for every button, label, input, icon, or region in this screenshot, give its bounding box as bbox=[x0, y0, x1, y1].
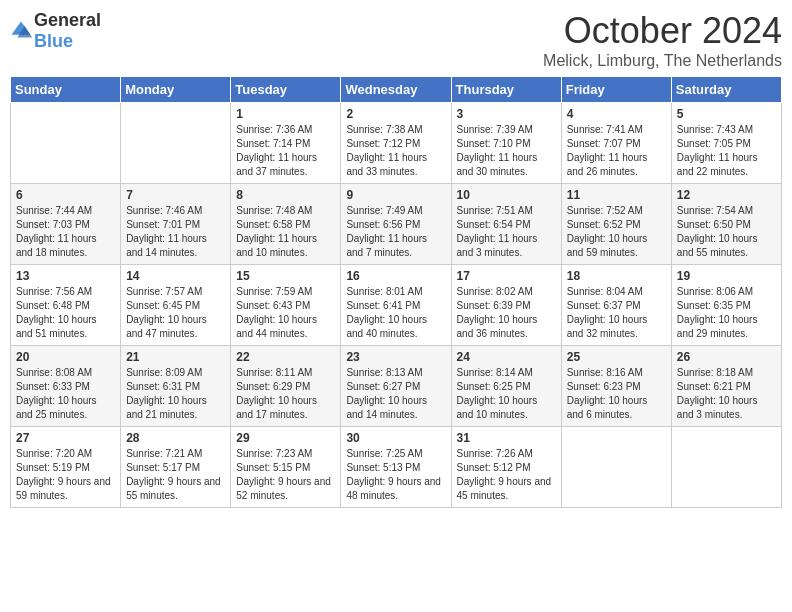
calendar-cell: 19Sunrise: 8:06 AMSunset: 6:35 PMDayligh… bbox=[671, 265, 781, 346]
calendar-cell bbox=[671, 427, 781, 508]
day-number: 12 bbox=[677, 188, 776, 202]
day-number: 4 bbox=[567, 107, 666, 121]
day-info: Sunrise: 7:43 AMSunset: 7:05 PMDaylight:… bbox=[677, 124, 758, 177]
day-number: 11 bbox=[567, 188, 666, 202]
calendar-cell: 7Sunrise: 7:46 AMSunset: 7:01 PMDaylight… bbox=[121, 184, 231, 265]
day-info: Sunrise: 7:52 AMSunset: 6:52 PMDaylight:… bbox=[567, 205, 648, 258]
day-info: Sunrise: 8:16 AMSunset: 6:23 PMDaylight:… bbox=[567, 367, 648, 420]
day-info: Sunrise: 7:48 AMSunset: 6:58 PMDaylight:… bbox=[236, 205, 317, 258]
logo-icon bbox=[10, 20, 32, 42]
calendar-cell bbox=[11, 103, 121, 184]
day-info: Sunrise: 7:36 AMSunset: 7:14 PMDaylight:… bbox=[236, 124, 317, 177]
day-number: 27 bbox=[16, 431, 115, 445]
day-number: 13 bbox=[16, 269, 115, 283]
calendar-cell: 3Sunrise: 7:39 AMSunset: 7:10 PMDaylight… bbox=[451, 103, 561, 184]
logo-blue: Blue bbox=[34, 31, 73, 51]
calendar-cell: 29Sunrise: 7:23 AMSunset: 5:15 PMDayligh… bbox=[231, 427, 341, 508]
day-number: 18 bbox=[567, 269, 666, 283]
day-number: 28 bbox=[126, 431, 225, 445]
calendar-cell: 26Sunrise: 8:18 AMSunset: 6:21 PMDayligh… bbox=[671, 346, 781, 427]
calendar-cell: 18Sunrise: 8:04 AMSunset: 6:37 PMDayligh… bbox=[561, 265, 671, 346]
calendar-cell bbox=[121, 103, 231, 184]
weekday-header-tuesday: Tuesday bbox=[231, 77, 341, 103]
day-number: 6 bbox=[16, 188, 115, 202]
calendar-cell: 14Sunrise: 7:57 AMSunset: 6:45 PMDayligh… bbox=[121, 265, 231, 346]
calendar-cell: 1Sunrise: 7:36 AMSunset: 7:14 PMDaylight… bbox=[231, 103, 341, 184]
day-number: 23 bbox=[346, 350, 445, 364]
day-info: Sunrise: 7:38 AMSunset: 7:12 PMDaylight:… bbox=[346, 124, 427, 177]
day-info: Sunrise: 7:51 AMSunset: 6:54 PMDaylight:… bbox=[457, 205, 538, 258]
calendar-cell: 27Sunrise: 7:20 AMSunset: 5:19 PMDayligh… bbox=[11, 427, 121, 508]
month-title: October 2024 bbox=[543, 10, 782, 52]
weekday-header-thursday: Thursday bbox=[451, 77, 561, 103]
day-number: 21 bbox=[126, 350, 225, 364]
day-number: 7 bbox=[126, 188, 225, 202]
day-info: Sunrise: 8:02 AMSunset: 6:39 PMDaylight:… bbox=[457, 286, 538, 339]
day-number: 3 bbox=[457, 107, 556, 121]
day-info: Sunrise: 7:46 AMSunset: 7:01 PMDaylight:… bbox=[126, 205, 207, 258]
day-number: 26 bbox=[677, 350, 776, 364]
day-info: Sunrise: 7:41 AMSunset: 7:07 PMDaylight:… bbox=[567, 124, 648, 177]
calendar-cell: 23Sunrise: 8:13 AMSunset: 6:27 PMDayligh… bbox=[341, 346, 451, 427]
day-info: Sunrise: 8:13 AMSunset: 6:27 PMDaylight:… bbox=[346, 367, 427, 420]
day-info: Sunrise: 7:57 AMSunset: 6:45 PMDaylight:… bbox=[126, 286, 207, 339]
calendar-cell: 28Sunrise: 7:21 AMSunset: 5:17 PMDayligh… bbox=[121, 427, 231, 508]
day-number: 10 bbox=[457, 188, 556, 202]
calendar-cell: 13Sunrise: 7:56 AMSunset: 6:48 PMDayligh… bbox=[11, 265, 121, 346]
day-info: Sunrise: 7:23 AMSunset: 5:15 PMDaylight:… bbox=[236, 448, 331, 501]
calendar-cell bbox=[561, 427, 671, 508]
location-title: Melick, Limburg, The Netherlands bbox=[543, 52, 782, 70]
weekday-header-friday: Friday bbox=[561, 77, 671, 103]
calendar-cell: 6Sunrise: 7:44 AMSunset: 7:03 PMDaylight… bbox=[11, 184, 121, 265]
day-number: 30 bbox=[346, 431, 445, 445]
calendar-cell: 5Sunrise: 7:43 AMSunset: 7:05 PMDaylight… bbox=[671, 103, 781, 184]
day-number: 24 bbox=[457, 350, 556, 364]
calendar-cell: 20Sunrise: 8:08 AMSunset: 6:33 PMDayligh… bbox=[11, 346, 121, 427]
calendar-cell: 17Sunrise: 8:02 AMSunset: 6:39 PMDayligh… bbox=[451, 265, 561, 346]
day-number: 14 bbox=[126, 269, 225, 283]
day-number: 22 bbox=[236, 350, 335, 364]
weekday-header-monday: Monday bbox=[121, 77, 231, 103]
day-number: 1 bbox=[236, 107, 335, 121]
calendar-cell: 12Sunrise: 7:54 AMSunset: 6:50 PMDayligh… bbox=[671, 184, 781, 265]
day-info: Sunrise: 7:49 AMSunset: 6:56 PMDaylight:… bbox=[346, 205, 427, 258]
day-number: 17 bbox=[457, 269, 556, 283]
calendar-cell: 30Sunrise: 7:25 AMSunset: 5:13 PMDayligh… bbox=[341, 427, 451, 508]
day-number: 19 bbox=[677, 269, 776, 283]
day-number: 8 bbox=[236, 188, 335, 202]
day-number: 29 bbox=[236, 431, 335, 445]
day-info: Sunrise: 7:39 AMSunset: 7:10 PMDaylight:… bbox=[457, 124, 538, 177]
day-info: Sunrise: 7:26 AMSunset: 5:12 PMDaylight:… bbox=[457, 448, 552, 501]
calendar-cell: 24Sunrise: 8:14 AMSunset: 6:25 PMDayligh… bbox=[451, 346, 561, 427]
day-info: Sunrise: 7:54 AMSunset: 6:50 PMDaylight:… bbox=[677, 205, 758, 258]
calendar-cell: 21Sunrise: 8:09 AMSunset: 6:31 PMDayligh… bbox=[121, 346, 231, 427]
day-number: 20 bbox=[16, 350, 115, 364]
calendar-cell: 8Sunrise: 7:48 AMSunset: 6:58 PMDaylight… bbox=[231, 184, 341, 265]
day-info: Sunrise: 8:06 AMSunset: 6:35 PMDaylight:… bbox=[677, 286, 758, 339]
day-info: Sunrise: 7:25 AMSunset: 5:13 PMDaylight:… bbox=[346, 448, 441, 501]
day-number: 5 bbox=[677, 107, 776, 121]
title-block: October 2024 Melick, Limburg, The Nether… bbox=[543, 10, 782, 70]
day-number: 16 bbox=[346, 269, 445, 283]
calendar-cell: 4Sunrise: 7:41 AMSunset: 7:07 PMDaylight… bbox=[561, 103, 671, 184]
day-info: Sunrise: 7:56 AMSunset: 6:48 PMDaylight:… bbox=[16, 286, 97, 339]
calendar-cell: 31Sunrise: 7:26 AMSunset: 5:12 PMDayligh… bbox=[451, 427, 561, 508]
day-info: Sunrise: 7:20 AMSunset: 5:19 PMDaylight:… bbox=[16, 448, 111, 501]
calendar-cell: 10Sunrise: 7:51 AMSunset: 6:54 PMDayligh… bbox=[451, 184, 561, 265]
day-info: Sunrise: 7:21 AMSunset: 5:17 PMDaylight:… bbox=[126, 448, 221, 501]
day-info: Sunrise: 8:04 AMSunset: 6:37 PMDaylight:… bbox=[567, 286, 648, 339]
calendar-cell: 25Sunrise: 8:16 AMSunset: 6:23 PMDayligh… bbox=[561, 346, 671, 427]
calendar-cell: 16Sunrise: 8:01 AMSunset: 6:41 PMDayligh… bbox=[341, 265, 451, 346]
day-info: Sunrise: 8:18 AMSunset: 6:21 PMDaylight:… bbox=[677, 367, 758, 420]
weekday-header-saturday: Saturday bbox=[671, 77, 781, 103]
day-info: Sunrise: 7:59 AMSunset: 6:43 PMDaylight:… bbox=[236, 286, 317, 339]
logo-general: General bbox=[34, 10, 101, 30]
day-info: Sunrise: 7:44 AMSunset: 7:03 PMDaylight:… bbox=[16, 205, 97, 258]
day-number: 15 bbox=[236, 269, 335, 283]
day-number: 25 bbox=[567, 350, 666, 364]
weekday-header-wednesday: Wednesday bbox=[341, 77, 451, 103]
weekday-header-sunday: Sunday bbox=[11, 77, 121, 103]
calendar-cell: 11Sunrise: 7:52 AMSunset: 6:52 PMDayligh… bbox=[561, 184, 671, 265]
calendar-cell: 9Sunrise: 7:49 AMSunset: 6:56 PMDaylight… bbox=[341, 184, 451, 265]
day-number: 9 bbox=[346, 188, 445, 202]
